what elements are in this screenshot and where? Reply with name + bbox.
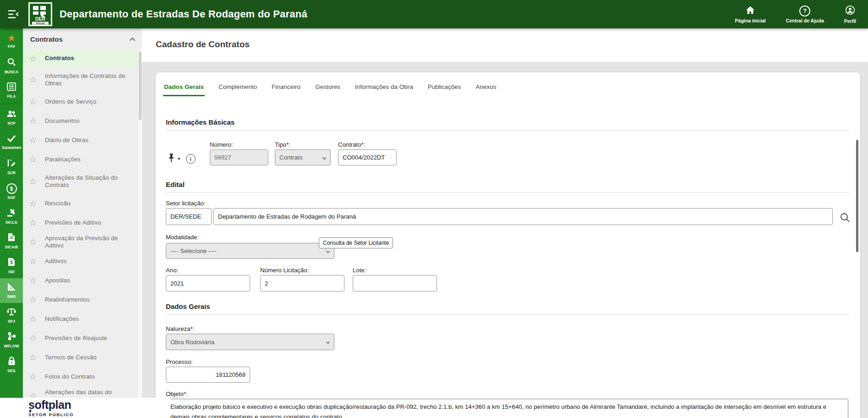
app-header: DER PARANÁ Departamento de Estradas De R…	[0, 0, 868, 28]
tab-bar: Dados Gerais Complemento Financeiro Gest…	[163, 82, 497, 96]
rail-item-scr[interactable]: SCR	[0, 154, 23, 179]
favorite-star-icon[interactable]: ☆	[29, 155, 41, 164]
setor-licitacao-code-input[interactable]	[166, 208, 212, 225]
favorite-star-icon[interactable]: ☆	[29, 219, 41, 227]
sidebar-scrollbar-thumb[interactable]	[139, 51, 142, 120]
home-icon	[745, 6, 755, 16]
sidebar-item-rescisao[interactable]: ☆ Rescisão	[23, 194, 142, 213]
help-icon: ?	[799, 6, 810, 16]
sidebar-item-diario-obras[interactable]: ☆ Diário de Obras	[23, 131, 142, 150]
rail-item-seg[interactable]: SEG	[0, 352, 23, 377]
sidebar-item-notificacoes[interactable]: ☆ Notificações	[23, 309, 142, 329]
sidebar-item-paralisacoes[interactable]: ☆ Paralisações	[23, 150, 142, 169]
sidebar-item-informacoes-contratos-obras[interactable]: ☆ Informações de Contratos de Obras	[23, 67, 142, 92]
processo-input[interactable]	[166, 367, 250, 383]
tab-financeiro[interactable]: Financeiro	[271, 82, 301, 96]
pin-caret-icon[interactable]: ▾	[178, 156, 180, 162]
pin-icon[interactable]	[168, 153, 175, 165]
tab-publicacoes[interactable]: Publicações	[427, 82, 462, 96]
app-title: Departamento de Estradas De Rodagem do P…	[60, 8, 307, 20]
set-square-icon	[7, 282, 16, 293]
sidebar-item-documentos[interactable]: ☆ Documentos	[23, 111, 142, 131]
info-icon[interactable]: i	[186, 154, 196, 164]
sidebar-item-fotos-contrato[interactable]: ☆ Fotos do Contrato	[23, 367, 142, 386]
sidebar-group-header[interactable]: Contratos	[23, 28, 142, 50]
favorite-star-icon[interactable]: ☆	[29, 296, 41, 304]
rail-item-sgf[interactable]: $ SGF	[0, 179, 23, 204]
sidebar-item-contratos[interactable]: ☆ Contratos	[23, 50, 142, 67]
contrato-input[interactable]	[338, 149, 397, 165]
scales-icon	[6, 307, 16, 318]
numero-licitacao-input[interactable]	[260, 275, 344, 292]
objeto-textarea[interactable]: Elaboração projeto básico e executivo e …	[166, 399, 848, 418]
home-button[interactable]: Página inicial	[735, 6, 766, 23]
favorite-star-icon[interactable]: ☆	[29, 136, 41, 144]
svg-text:DER: DER	[35, 16, 46, 22]
sidebar-item-alteracoes-situacao[interactable]: ☆ Alterações da Situação do Contrato	[23, 169, 142, 194]
page-title-band: Cadastro de Contratos	[142, 28, 868, 62]
section-edital: Edital	[166, 181, 849, 193]
favorite-star-icon[interactable]: ☆	[29, 55, 41, 63]
sidebar-item-termos-cessao[interactable]: ☆ Termos de Cessão	[23, 348, 142, 367]
tab-gestores[interactable]: Gestores	[314, 82, 341, 96]
softplan-tagline: SETOR PÚBLICO	[28, 412, 170, 417]
content-scrollbar-thumb[interactable]	[856, 140, 858, 252]
rail-item-smo[interactable]: SMO	[0, 278, 23, 303]
svg-text:PARANÁ: PARANÁ	[36, 22, 45, 25]
rail-divider	[2, 104, 21, 104]
favorite-star-icon[interactable]: ☆	[29, 315, 41, 323]
objeto-label: Objeto*:	[166, 390, 188, 397]
favorite-star-icon[interactable]: ☆	[29, 177, 41, 186]
dollar-icon: $	[6, 183, 17, 194]
rail-item-busca[interactable]: BUSCA	[0, 53, 23, 78]
numero-input[interactable]	[210, 149, 268, 165]
favorite-star-icon[interactable]: ☆	[29, 199, 41, 208]
rail-item-sicadt[interactable]: SICAdt	[0, 229, 23, 253]
favorite-star-icon[interactable]: ☆	[29, 334, 41, 342]
favorite-star-icon[interactable]: ☆	[29, 76, 41, 84]
favorite-star-icon[interactable]: ☆	[29, 98, 41, 106]
setor-licitacao-search-icon[interactable]	[839, 212, 851, 224]
sidebar-item-aditivos[interactable]: ☆ Aditivos	[23, 252, 142, 271]
tab-informacoes-da-obra[interactable]: Informações da Obra	[354, 82, 414, 96]
numero-label: Número:	[210, 141, 233, 148]
modalidade-select[interactable]: ---- Selecione ----	[166, 243, 334, 259]
rail-item-fila[interactable]: FILA	[0, 78, 23, 103]
menu-collapse-icon[interactable]	[5, 6, 21, 22]
favorite-star-icon[interactable]: ☆	[29, 392, 41, 398]
setor-licitacao-label: Setor licitação:	[166, 200, 206, 207]
lote-input[interactable]	[353, 275, 437, 292]
sidebar-scrollbar[interactable]	[138, 50, 142, 398]
rail-item-siclic[interactable]: SICLic	[0, 204, 23, 229]
tab-anexos[interactable]: Anexos	[475, 82, 497, 96]
tab-complemento[interactable]: Complemento	[218, 82, 258, 96]
favorite-star-icon[interactable]: ☆	[29, 238, 41, 246]
sidebar-item-aprovacao-previsao-aditivo[interactable]: ☆ Aprovação da Previsão de Aditivo	[23, 232, 142, 252]
tab-dados-gerais[interactable]: Dados Gerais	[163, 82, 205, 96]
der-parana-logo: DER PARANÁ	[28, 2, 52, 26]
favorite-star-icon[interactable]: ☆	[29, 353, 41, 362]
sidebar-item-realinhamentos[interactable]: ☆ Realinhamentos	[23, 290, 142, 309]
rail-item-saneamento[interactable]: Saneamen	[0, 130, 23, 154]
rail-item-sid[interactable]: $ SID	[0, 253, 23, 278]
favorite-star-icon[interactable]: ☆	[29, 276, 41, 285]
sidebar-item-previsoes-reajuste[interactable]: ☆ Previsões de Reajuste	[23, 329, 142, 348]
favorite-star-icon[interactable]: ☆	[29, 373, 41, 381]
favorite-star-icon[interactable]: ☆	[29, 257, 41, 265]
help-button[interactable]: ? Central de Ajuda	[786, 6, 824, 23]
sidebar-item-previsoes-aditivo[interactable]: ☆ Previsões de Aditivo	[23, 213, 142, 232]
sidebar-item-ordens-servico[interactable]: ☆ Ordens de Serviço	[23, 92, 142, 111]
setor-licitacao-name-input[interactable]	[213, 208, 833, 225]
rail-item-wflow[interactable]: WFLOW	[0, 328, 23, 352]
sidebar-item-apostilas[interactable]: ☆ Apostilas	[23, 271, 142, 290]
rail-item-scp[interactable]: SCP	[0, 105, 23, 130]
tipo-select[interactable]: Contrato	[275, 149, 331, 165]
favorite-star-icon[interactable]: ☆	[29, 117, 41, 125]
tooltip-consulta-setor: Consulta de Setor Licitante	[319, 237, 393, 248]
rail-item-spj[interactable]: SPJ	[0, 303, 23, 328]
sidebar-item-alteracoes-datas[interactable]: ☆ Alterações das datas do contrato	[23, 386, 142, 398]
profile-button[interactable]: Perfil	[844, 5, 856, 24]
ano-input[interactable]	[166, 275, 250, 292]
rail-item-fav[interactable]: ★ FAV	[0, 28, 23, 53]
natureza-select[interactable]: Obra Rodoviária	[166, 334, 334, 350]
